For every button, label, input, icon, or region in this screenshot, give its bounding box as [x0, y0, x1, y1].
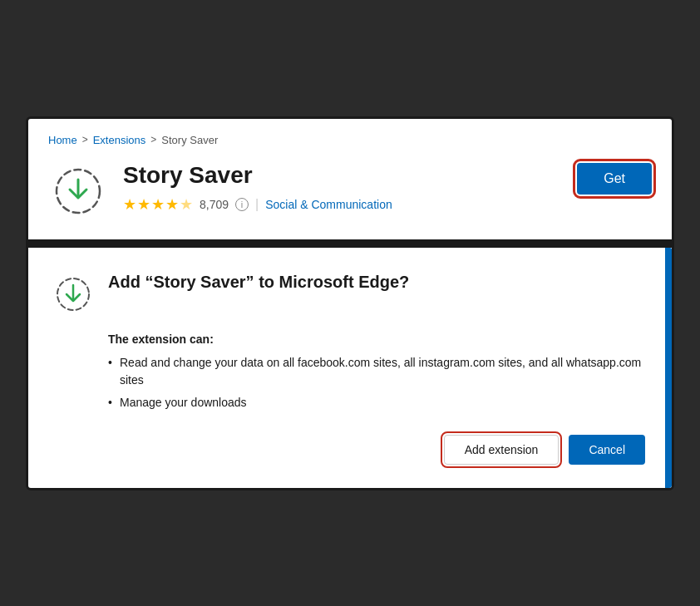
blue-accent: [665, 248, 672, 488]
cancel-button[interactable]: Cancel: [569, 435, 645, 465]
list-item: Manage your downloads: [108, 394, 645, 411]
panel-divider: [28, 239, 672, 248]
stars: ★ ★ ★ ★ ★: [123, 195, 193, 214]
extension-name: Story Saver: [123, 161, 652, 190]
category-link[interactable]: Social & Communication: [265, 198, 392, 211]
breadcrumb-current: Story Saver: [161, 134, 218, 146]
breadcrumb-extensions[interactable]: Extensions: [93, 134, 146, 146]
rating-row: ★ ★ ★ ★ ★ 8,709 i | Social & Communicati…: [123, 195, 652, 214]
breadcrumb: Home > Extensions > Story Saver: [48, 134, 652, 146]
star-1: ★: [123, 195, 136, 214]
permissions-label: The extension can:: [108, 333, 645, 346]
get-button[interactable]: Get: [577, 163, 652, 195]
star-2: ★: [137, 195, 150, 214]
star-3: ★: [151, 195, 165, 214]
star-half: ★: [180, 195, 193, 214]
dialog-body: The extension can: Read and change your …: [52, 333, 645, 465]
extension-icon-large: [48, 161, 108, 221]
dialog-title: Add “Story Saver” to Microsoft Edge?: [108, 271, 409, 293]
rating-count: 8,709: [200, 198, 229, 211]
info-icon[interactable]: i: [235, 198, 249, 211]
extension-store-panel: Home > Extensions > Story Saver Story Sa…: [28, 119, 672, 239]
download-icon-small: [55, 276, 91, 313]
add-extension-dialog: Add “Story Saver” to Microsoft Edge? The…: [28, 248, 672, 488]
download-icon-large: [53, 166, 103, 216]
dialog-header: Add “Story Saver” to Microsoft Edge?: [52, 271, 645, 316]
breadcrumb-home[interactable]: Home: [48, 134, 77, 146]
breadcrumb-sep-2: >: [150, 134, 156, 145]
main-container: Home > Extensions > Story Saver Story Sa…: [26, 116, 674, 490]
extension-info: Story Saver ★ ★ ★ ★ ★ 8,709 i | Social &…: [123, 161, 652, 214]
list-item: Read and change your data on all faceboo…: [108, 354, 645, 389]
permissions-list: Read and change your data on all faceboo…: [108, 354, 645, 411]
extension-header: Story Saver ★ ★ ★ ★ ★ 8,709 i | Social &…: [48, 161, 652, 221]
dialog-actions: Add extension Cancel: [108, 435, 645, 465]
star-4: ★: [165, 195, 179, 214]
breadcrumb-sep-1: >: [82, 134, 88, 145]
rating-divider: |: [255, 197, 259, 212]
dialog-icon: [52, 273, 95, 316]
add-extension-button[interactable]: Add extension: [444, 435, 560, 465]
